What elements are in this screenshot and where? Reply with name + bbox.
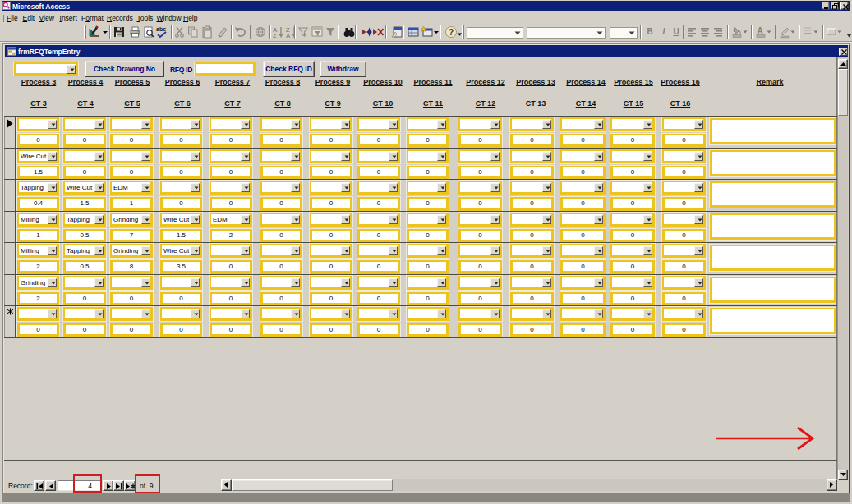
svg-text:Z: Z (273, 32, 277, 39)
svg-text:A: A (758, 26, 763, 35)
svg-text:abc: abc (156, 26, 166, 32)
svg-text:A: A (286, 32, 291, 39)
svg-text:?: ? (449, 28, 454, 37)
